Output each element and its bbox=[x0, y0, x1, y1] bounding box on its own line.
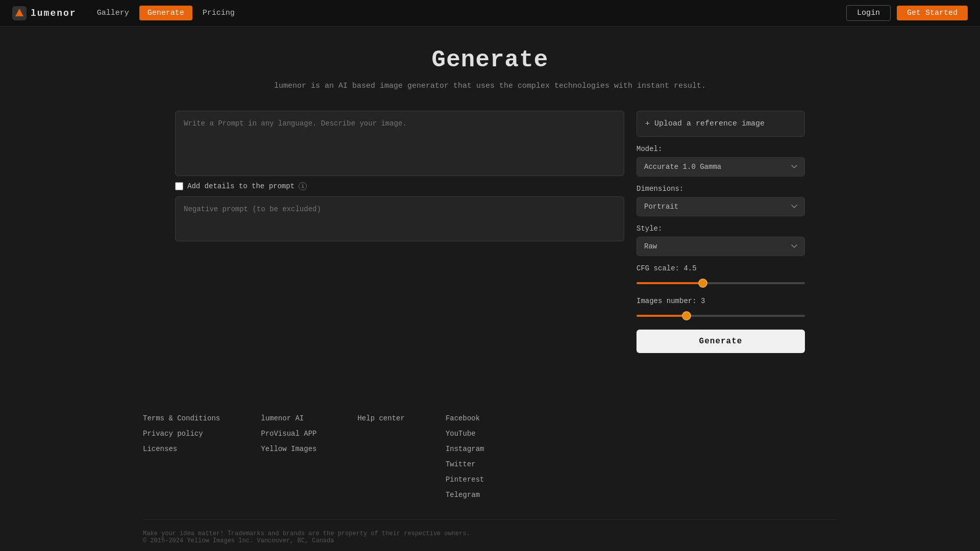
page-subtitle: lumenor is an AI based image generator t… bbox=[143, 82, 837, 90]
footer-provisual[interactable]: ProVisual APP bbox=[261, 430, 316, 438]
add-details-row: Add details to the prompt i bbox=[175, 182, 624, 190]
footer-telegram[interactable]: Telegram bbox=[446, 491, 484, 499]
footer-help-center[interactable]: Help center bbox=[357, 414, 404, 422]
logo-icon bbox=[12, 6, 27, 20]
main-content: Generate lumenor is an AI based image ge… bbox=[133, 27, 847, 384]
generator-layout: Add details to the prompt i + Upload a r… bbox=[143, 111, 837, 353]
model-select[interactable]: Accurate 1.0 Gamma Fast 1.0 Creative 2.0 bbox=[636, 157, 805, 177]
add-details-label[interactable]: Add details to the prompt bbox=[187, 182, 295, 190]
style-label: Style: bbox=[636, 224, 805, 233]
footer-columns: Terms & Conditions Privacy policy Licens… bbox=[143, 414, 837, 499]
nav-right: Login Get Started bbox=[846, 5, 968, 21]
footer-bottom: Make your idea matter! Trademarks and br… bbox=[143, 519, 837, 544]
footer-instagram[interactable]: Instagram bbox=[446, 445, 484, 453]
footer-pinterest[interactable]: Pinterest bbox=[446, 475, 484, 484]
login-button[interactable]: Login bbox=[846, 5, 891, 21]
footer-lumenor-ai[interactable]: lumenor AI bbox=[261, 414, 316, 422]
dimensions-select[interactable]: Portrait Landscape Square bbox=[636, 197, 805, 216]
add-details-checkbox[interactable] bbox=[175, 182, 183, 190]
get-started-button[interactable]: Get Started bbox=[897, 6, 968, 20]
footer-col-2: lumenor AI ProVisual APP Yellow Images bbox=[261, 414, 316, 499]
right-panel: + Upload a reference image Model: Accura… bbox=[636, 111, 805, 353]
nav-gallery[interactable]: Gallery bbox=[89, 6, 137, 20]
navbar: lumenor Gallery Generate Pricing Login G… bbox=[0, 0, 980, 27]
prompt-input[interactable] bbox=[175, 111, 624, 176]
cfg-scale-container: CFG scale: 4.5 bbox=[636, 264, 805, 287]
footer-licenses[interactable]: Licenses bbox=[143, 445, 220, 453]
footer-twitter[interactable]: Twitter bbox=[446, 460, 484, 468]
footer-yellow-images[interactable]: Yellow Images bbox=[261, 445, 316, 453]
footer-copyright: © 2015-2024 Yellow Images Inc. Vancouver… bbox=[143, 537, 837, 544]
model-label: Model: bbox=[636, 145, 805, 153]
cfg-scale-label: CFG scale: 4.5 bbox=[636, 264, 805, 272]
footer-privacy[interactable]: Privacy policy bbox=[143, 430, 220, 438]
footer-trademark: Make your idea matter! Trademarks and br… bbox=[143, 530, 837, 537]
add-details-info-icon[interactable]: i bbox=[299, 182, 307, 190]
footer: Terms & Conditions Privacy policy Licens… bbox=[133, 384, 847, 551]
generate-button[interactable]: Generate bbox=[636, 330, 805, 353]
images-number-slider[interactable] bbox=[636, 315, 805, 317]
left-panel: Add details to the prompt i bbox=[175, 111, 624, 241]
footer-terms[interactable]: Terms & Conditions bbox=[143, 414, 220, 422]
upload-reference-button[interactable]: + Upload a reference image bbox=[636, 111, 805, 137]
nav-links: Gallery Generate Pricing bbox=[89, 6, 243, 20]
footer-facebook[interactable]: Facebook bbox=[446, 414, 484, 422]
footer-youtube[interactable]: YouTube bbox=[446, 430, 484, 438]
logo-text: lumenor bbox=[31, 8, 77, 18]
nav-generate[interactable]: Generate bbox=[139, 6, 192, 20]
nav-pricing[interactable]: Pricing bbox=[194, 6, 243, 20]
footer-col-3: Help center bbox=[357, 414, 404, 499]
footer-col-4: Facebook YouTube Instagram Twitter Pinte… bbox=[446, 414, 484, 499]
footer-col-1: Terms & Conditions Privacy policy Licens… bbox=[143, 414, 220, 499]
images-number-container: Images number: 3 bbox=[636, 297, 805, 319]
style-select[interactable]: Raw Photorealistic Anime Digital Art bbox=[636, 237, 805, 256]
images-number-label: Images number: 3 bbox=[636, 297, 805, 305]
logo[interactable]: lumenor bbox=[12, 6, 77, 20]
cfg-scale-slider[interactable] bbox=[636, 282, 805, 284]
dimensions-label: Dimensions: bbox=[636, 185, 805, 193]
negative-prompt-input[interactable] bbox=[175, 196, 624, 241]
page-title: Generate bbox=[143, 47, 837, 73]
